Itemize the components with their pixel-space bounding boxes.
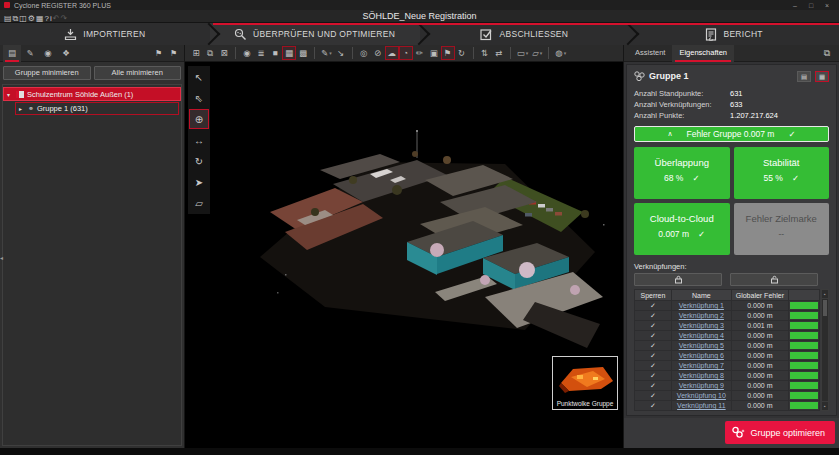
metric-cloud-to-cloud[interactable]: Cloud-to-Cloud 0.007 m✓ (634, 203, 730, 255)
visibility-icon[interactable]: ◉ (240, 46, 254, 60)
expand-caret-icon[interactable]: ▸ (19, 105, 25, 112)
lock-checkbox[interactable]: ✓ (635, 331, 672, 341)
metric-fehler-zielmarke[interactable]: Fehler Zielmarke -- (734, 203, 830, 255)
lock-all-button[interactable] (634, 273, 722, 286)
panel-collapse-handle[interactable]: ◂ (0, 250, 6, 266)
metric-ueberlappung[interactable]: Überlappung 68 %✓ (634, 147, 730, 199)
multi-select-tool-icon[interactable]: ⇖ (189, 88, 209, 108)
scroll-down-icon[interactable]: ▪ (822, 401, 828, 410)
saved-views-icon[interactable]: ▱ (530, 46, 544, 60)
scroll-up-icon[interactable]: ▪ (822, 290, 828, 299)
lock-checkbox[interactable]: ✓ (635, 341, 672, 351)
camera-icon[interactable]: ▣ (427, 46, 441, 60)
link-name[interactable]: Verknüpfung 5 (679, 342, 724, 349)
link-name[interactable]: Verknüpfung 10 (677, 392, 726, 399)
zoom-fit-icon[interactable]: ⊠ (217, 46, 231, 60)
lock-checkbox[interactable]: ✓ (635, 361, 672, 371)
swap-axis-icon[interactable]: ⇄ (492, 46, 506, 60)
lock-view-icon[interactable]: ↻ (455, 46, 469, 60)
close-button[interactable]: × (819, 2, 835, 9)
optimize-group-button[interactable]: Gruppe optimieren (725, 421, 835, 444)
scrollbar-thumb[interactable] (823, 300, 827, 316)
step-ueberpruefen-und-optimieren[interactable]: ÜBERPRÜFEN UND OPTIMIEREN (210, 23, 420, 45)
step-bericht[interactable]: BERICHT (629, 23, 839, 45)
device-icon[interactable]: ◫ (19, 14, 27, 23)
undo-icon[interactable]: ↶ (53, 14, 60, 23)
redo-icon[interactable]: ↷ (61, 14, 68, 23)
link-name[interactable]: Verknüpfung 4 (679, 332, 724, 339)
hand-tool-icon[interactable]: ⊞ (189, 46, 203, 60)
tab-eigenschaften[interactable]: Eigenschaften (672, 45, 734, 62)
cube-view-tool-icon[interactable]: ▱ (189, 193, 209, 213)
collapse-all-button[interactable]: Alle minimieren (94, 66, 182, 80)
cloud-layers-icon[interactable]: ≣ (254, 46, 268, 60)
tree-item-site[interactable]: ▾ Schulzentrum Söhlde Außen (1) (3, 87, 181, 101)
table-scrollbar[interactable]: ▪ ▪ (821, 289, 829, 411)
pick-point-icon[interactable]: ↘ (334, 46, 348, 60)
settings-gear-icon[interactable]: ⚙ (28, 14, 35, 23)
lock-checkbox[interactable]: ✓ (635, 371, 672, 381)
group-error-banner[interactable]: ∧ Fehler Gruppe 0.007 m ✓ (634, 126, 829, 143)
lock-checkbox[interactable]: ✓ (635, 301, 672, 311)
list-view-toggle[interactable]: ▤ (797, 71, 811, 82)
distance-tool-icon[interactable]: ↔ (189, 130, 209, 150)
link-name[interactable]: Verknüpfung 7 (679, 362, 724, 369)
limit-box-icon[interactable]: ▭ (515, 46, 531, 60)
maximize-button[interactable]: □ (803, 2, 819, 9)
select-tool-icon[interactable]: ↖ (189, 67, 209, 87)
pan-tool-icon[interactable]: ⊕ (189, 109, 209, 129)
measure-tool-icon[interactable]: ✎ (319, 46, 334, 60)
fly-tool-icon[interactable]: ➤ (189, 172, 209, 192)
tab-project-explorer[interactable]: ▤ (3, 45, 21, 62)
filter-flag-a-icon[interactable]: ⚑ (151, 49, 166, 58)
collapse-caret-icon[interactable]: ▾ (7, 91, 13, 98)
orbit-tool-icon[interactable]: ↻ (189, 151, 209, 171)
lock-checkbox[interactable]: ✓ (635, 391, 672, 401)
filter-flag-b-icon[interactable]: ⚑ (166, 49, 181, 58)
lock-checkbox[interactable]: ✓ (635, 311, 672, 321)
tab-world[interactable]: ◉ (39, 45, 57, 62)
move-axis-icon[interactable]: ⇅ (478, 46, 492, 60)
point-cloud-icon[interactable]: ☁ (385, 46, 399, 60)
link-name[interactable]: Verknüpfung 3 (679, 322, 724, 329)
tab-annotations[interactable]: ✎ (21, 45, 39, 62)
import-data-icon[interactable]: ⧉ (13, 14, 19, 23)
open-project-icon[interactable]: ▤ (4, 14, 12, 23)
minimize-button[interactable]: – (787, 2, 803, 9)
metric-stabilitaet[interactable]: Stabilität 55 %✓ (734, 147, 830, 199)
link-name[interactable]: Verknüpfung 9 (679, 382, 724, 389)
step-abschliessen[interactable]: ABSCHLIESSEN (420, 23, 630, 45)
tab-assets[interactable]: ❖ (57, 45, 75, 62)
link-name[interactable]: Verknüpfung 8 (679, 372, 724, 379)
link-name[interactable]: Verknüpfung 1 (679, 302, 724, 309)
pano-view-icon[interactable]: ▦ (282, 46, 296, 60)
solid-view-icon[interactable]: ■ (268, 46, 282, 60)
link-name[interactable]: Verknüpfung 2 (679, 312, 724, 319)
panel-layout-icon[interactable]: ⧉ (819, 48, 835, 59)
duplicate-view-icon[interactable]: ⧉ (203, 46, 217, 60)
storage-icon[interactable]: ▦ (36, 14, 44, 23)
link-name[interactable]: Verknüpfung 11 (677, 402, 726, 409)
info-icon[interactable]: i (50, 14, 52, 23)
tree-item-gruppe-1[interactable]: ▸ ⚭ Gruppe 1 (631) (15, 102, 179, 115)
imagery-view-icon[interactable]: ▩ (296, 46, 310, 60)
collapse-chevron-icon[interactable]: ∧ (667, 130, 672, 138)
point-cloud-canvas[interactable]: ↖⇖⊕↔↻➤▱ (185, 62, 623, 448)
split-view-icon[interactable]: ◔ (399, 46, 413, 60)
help-icon[interactable]: ? (45, 14, 49, 23)
geotag-icon[interactable]: ⚑ (441, 46, 455, 60)
lock-checkbox[interactable]: ✓ (635, 381, 672, 391)
collapse-group-button[interactable]: Gruppe minimieren (3, 66, 91, 80)
group-thumbnail[interactable]: Punktwolke Gruppe (552, 356, 618, 410)
tab-assistent[interactable]: Assistent (628, 45, 672, 62)
step-importieren[interactable]: IMPORTIEREN (0, 23, 210, 45)
link-name[interactable]: Verknüpfung 6 (679, 352, 724, 359)
grid-view-toggle[interactable]: ▦ (815, 71, 829, 82)
annotate-icon[interactable]: ✏ (413, 46, 427, 60)
lock-checkbox[interactable]: ✓ (635, 401, 672, 411)
lock-checkbox[interactable]: ✓ (635, 351, 672, 361)
target-icon[interactable]: ◎ (357, 46, 371, 60)
view-globe-icon[interactable]: ◍ (553, 46, 568, 60)
lock-checkbox[interactable]: ✓ (635, 321, 672, 331)
unlock-all-button[interactable] (730, 273, 818, 286)
